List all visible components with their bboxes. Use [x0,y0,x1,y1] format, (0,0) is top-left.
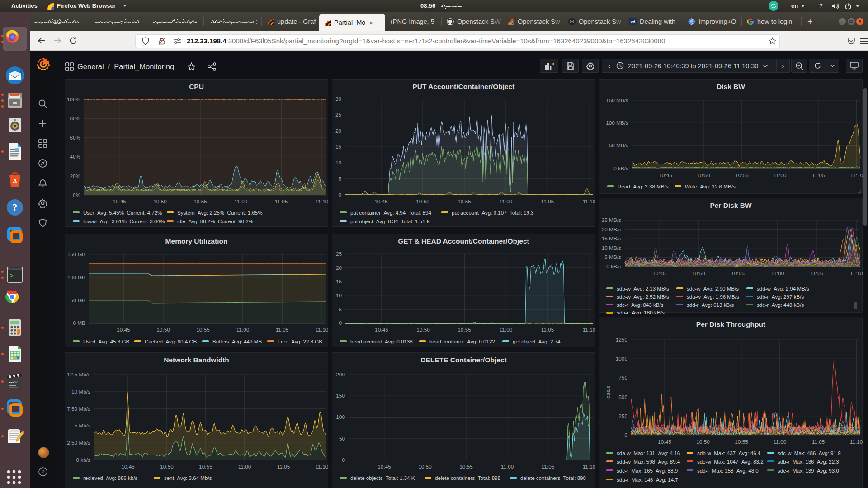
svg-text:vd: vd [631,20,636,24]
svg-text:?: ? [13,202,18,213]
svg-text:>_: >_ [10,272,17,279]
svg-text:A: A [13,178,17,185]
svg-text:?: ? [42,469,45,475]
